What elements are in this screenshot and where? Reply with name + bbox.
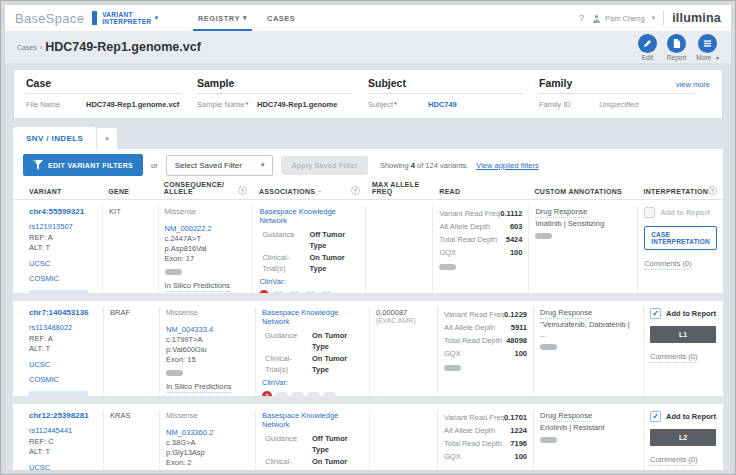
required-asterisk: * xyxy=(246,100,249,109)
edit-button[interactable]: Edit xyxy=(638,34,657,61)
breadcrumb-parent[interactable]: Cases xyxy=(17,44,37,51)
user-menu[interactable]: Pam Cheng ▾ xyxy=(592,14,655,23)
product-switcher-caret-icon[interactable]: ▾ xyxy=(154,14,158,22)
header-divider xyxy=(663,11,664,25)
apply-saved-filter-button[interactable]: Apply Saved Filter xyxy=(281,156,367,175)
transcript-link[interactable]: NM_004333.4 xyxy=(166,325,249,335)
rsid-link[interactable]: rs112445441 xyxy=(29,426,97,435)
custom-tag-pill[interactable] xyxy=(540,344,557,350)
pencil-icon xyxy=(643,39,652,48)
drug-response-link[interactable]: Drug Response xyxy=(540,308,592,319)
knowledge-network-link[interactable]: Basespace Knowledge Network xyxy=(262,411,363,429)
locus-link[interactable]: chr4:55599321 xyxy=(29,207,96,216)
col-header-custom-annotations[interactable]: CUSTOM ANNOTATIONS xyxy=(528,188,637,195)
knowledge-network-link[interactable]: Basespace Knowledge Network xyxy=(262,308,363,326)
col-header-consequence[interactable]: CONSEQUENCE/ ALLELE? xyxy=(158,181,253,195)
view-more-link[interactable]: view more xyxy=(676,80,710,89)
max-freq-value: 0.000087 xyxy=(376,308,431,317)
select-caret-icon: ▾ xyxy=(261,161,265,169)
col-header-variant[interactable]: VARIANT xyxy=(23,188,102,195)
col-header-max-allele-freq[interactable]: MAX ALLELE FREQ xyxy=(366,181,433,195)
person-icon xyxy=(592,14,601,23)
comments-link[interactable]: Comments (0) xyxy=(644,259,692,270)
rsid-link[interactable]: rs121913507 xyxy=(29,222,96,231)
custom-tag-pill[interactable] xyxy=(535,233,552,239)
read-tag-pill[interactable] xyxy=(444,365,461,371)
max-allele-freq-cell xyxy=(369,411,437,470)
add-to-report-checkbox[interactable]: ✓ Add to Report xyxy=(650,308,717,319)
guidance-value: Off Tumor Type xyxy=(312,433,363,456)
help-icon[interactable]: ? xyxy=(579,13,584,23)
ucsc-link[interactable]: UCSC xyxy=(29,259,96,268)
help-circle-icon[interactable]: ? xyxy=(708,186,717,195)
protein-change: p.Asp816Val xyxy=(165,244,247,254)
tab-registry[interactable]: REGISTRY ▾ xyxy=(188,5,257,31)
tab-dropdown-caret-icon[interactable]: ▾ xyxy=(96,128,117,149)
transcript-link[interactable]: NM_000222.2 xyxy=(165,224,247,234)
help-circle-icon[interactable]: ? xyxy=(238,186,247,195)
drug-response-link[interactable]: Drug Response xyxy=(535,207,587,218)
consequence-cell: Missense NM_000222.2 c.2447A>T p.Asp816V… xyxy=(158,207,253,293)
trials-value: On Tumor Type xyxy=(312,353,363,376)
assoc-marker-icon: ~ xyxy=(317,188,321,195)
saved-filter-select[interactable]: Select Saved Filter ▾ xyxy=(166,155,274,176)
clinvar-link[interactable]: ClinVar: xyxy=(259,277,359,286)
rsid-link[interactable]: rs113488022 xyxy=(29,323,97,332)
exon-number: Exon: 17 xyxy=(165,254,247,264)
read-tag-pill[interactable] xyxy=(439,264,456,270)
gene-cell: BRAF xyxy=(103,308,159,396)
tier-button[interactable]: L2 xyxy=(650,429,716,446)
tier-button[interactable]: L1 xyxy=(650,326,716,343)
drug-response-detail: Imatinib | Sensitizing xyxy=(535,219,631,229)
col-header-read[interactable]: READ xyxy=(433,188,528,195)
sample-name-label: Sample Name* xyxy=(197,100,257,109)
comments-link[interactable]: Comments (0) xyxy=(650,352,698,363)
in-silico-predictions-link[interactable]: In Silico Predictions xyxy=(166,382,231,393)
locus-link[interactable]: chr12:25398281 xyxy=(29,411,97,420)
subject-link[interactable]: HDC749 xyxy=(428,100,457,109)
col-header-associations[interactable]: ASSOCIATIONS~? xyxy=(253,186,366,195)
locus-link[interactable]: chr7:140453136 xyxy=(29,308,97,317)
comments-link[interactable]: Comments (0) xyxy=(650,455,698,466)
subject-label: Subject* xyxy=(368,100,428,109)
tab-cases[interactable]: CASES xyxy=(257,5,305,31)
col-header-interpretation[interactable]: INTERPRETATION? xyxy=(637,186,723,195)
drug-response-link[interactable]: Drug Response xyxy=(540,411,592,422)
add-to-report-checkbox[interactable]: ✓ Add to Report xyxy=(650,411,717,422)
view-applied-filters-link[interactable]: View applied filters xyxy=(476,161,538,170)
registry-caret-icon: ▾ xyxy=(243,14,247,22)
trials-value: On Tumor Type xyxy=(312,456,363,471)
ucsc-link[interactable]: UCSC xyxy=(29,463,97,471)
case-interpretation-button[interactable]: CASE INTERPRETATION xyxy=(644,226,717,250)
annotation-tag-pill[interactable] xyxy=(166,370,183,376)
breadcrumb-separator: › xyxy=(40,44,42,51)
table-row: chr7:140453136 rs113488022 REF: A ALT: T… xyxy=(13,301,723,396)
cosmic-link[interactable]: COSMIC xyxy=(29,274,96,283)
case-info-card: Case File Name HDC749-Rep1.genome.vcf Sa… xyxy=(13,69,723,119)
logo-divider-bar xyxy=(92,11,97,25)
more-caret-icon: ▾ xyxy=(716,55,719,61)
help-circle-icon[interactable]: ? xyxy=(351,186,360,195)
associations-cell: Basespace Knowledge Network GuidanceOff … xyxy=(252,207,365,293)
in-silico-predictions-link[interactable]: In Silico Predictions xyxy=(165,281,230,292)
report-button[interactable]: Report xyxy=(667,34,687,61)
max-allele-freq-cell xyxy=(365,207,432,293)
add-to-report-checkbox[interactable]: Add to Report xyxy=(644,207,717,218)
gene-cell: KRAS xyxy=(103,411,159,470)
col-header-gene[interactable]: GENE xyxy=(102,188,158,195)
protein-change: p.Val600Glu xyxy=(166,345,249,355)
cosmic-link[interactable]: COSMIC xyxy=(29,375,97,384)
ucsc-link[interactable]: UCSC xyxy=(29,360,97,369)
row-separator xyxy=(13,396,723,404)
transcript-link[interactable]: NM_033360.2 xyxy=(166,428,249,438)
read-cell: Variant Read Freq...0.1229 Alt Allele De… xyxy=(437,308,533,396)
edit-variant-filters-button[interactable]: EDIT VARIANT FILTERS xyxy=(23,154,143,176)
tab-snv-indels[interactable]: SNV / INDELS xyxy=(13,127,96,149)
read-cell: Variant Read Freq...0.1701 Alt Allele De… xyxy=(437,411,533,470)
more-button[interactable]: More ▾ xyxy=(696,34,719,61)
variant-cell: chr4:55599321 rs121913507 REF: A ALT: T … xyxy=(23,207,102,293)
clinvar-link[interactable]: ClinVar: xyxy=(262,378,363,387)
annotation-tag-pill[interactable] xyxy=(165,269,182,275)
knowledge-network-link[interactable]: Basespace Knowledge Network xyxy=(259,207,359,225)
custom-tag-pill[interactable] xyxy=(540,437,557,443)
